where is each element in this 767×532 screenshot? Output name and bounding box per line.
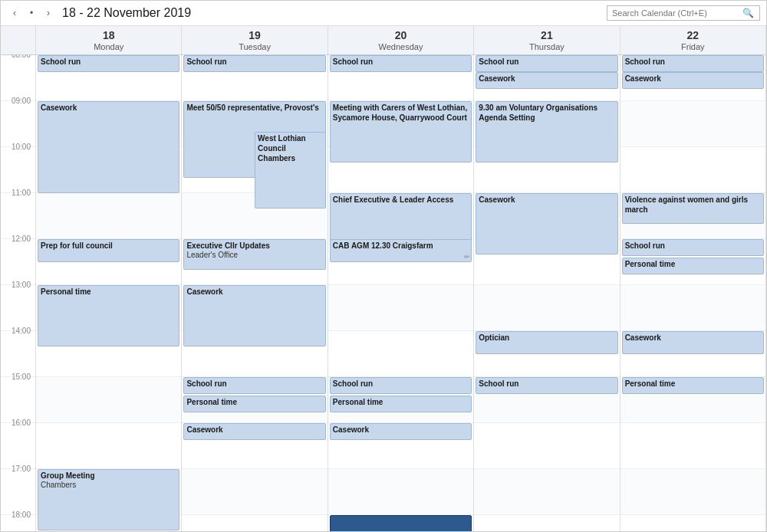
event-title: Optician	[479, 333, 614, 343]
day-name-fri: Friday	[681, 42, 705, 51]
event-title: Casework	[41, 103, 176, 113]
calendar-event[interactable]: Violence against women and girls march	[622, 193, 764, 224]
nav-dot-button[interactable]: •	[24, 5, 39, 21]
time-label-08: 08:00	[1, 55, 35, 101]
calendar-event[interactable]: Casework	[476, 193, 617, 255]
calendar-event[interactable]: Personal time	[330, 396, 472, 412]
calendar-event[interactable]: School run	[476, 377, 617, 394]
event-title: Casework	[333, 425, 469, 435]
cell-mon-16[interactable]	[36, 423, 181, 469]
day-num-fri: 22	[687, 29, 700, 42]
event-title: Executive Cllr Updates	[186, 241, 322, 251]
event-title: School run	[625, 57, 761, 67]
calendar-event[interactable]	[330, 515, 472, 531]
event-title: School run	[479, 57, 614, 67]
time-label-18: 18:00	[1, 515, 35, 531]
event-title: Personal time	[625, 259, 761, 269]
event-title: Personal time	[186, 397, 322, 407]
calendar-event[interactable]: West Lothian Council Chambers	[255, 132, 326, 209]
day-name-thu: Thursday	[529, 42, 565, 51]
cell-thu-18[interactable]	[474, 515, 619, 531]
time-label-12: 12:00	[1, 239, 35, 285]
event-title: Prep for full council	[41, 241, 176, 251]
calendar-event[interactable]: Casework	[183, 423, 325, 440]
cell-thu-17[interactable]	[474, 469, 619, 515]
cell-thu-13[interactable]	[474, 285, 619, 331]
calendar-event[interactable]: Prep for full council	[38, 239, 179, 262]
calendar-event[interactable]: Casework	[476, 72, 617, 89]
search-input[interactable]	[612, 8, 742, 18]
calendar-grid: 18 Monday 19 Tuesday 20 Wednesday 21 Thu…	[1, 26, 766, 531]
calendar-event[interactable]: Meeting with Carers of West Lothian, Syc…	[330, 101, 472, 163]
event-title: Group Meeting	[41, 471, 176, 481]
event-title: School run	[186, 57, 322, 67]
calendar-event[interactable]: School run	[38, 55, 179, 72]
cell-tue-18[interactable]	[182, 515, 327, 531]
calendar-event[interactable]: Optician	[476, 331, 617, 354]
event-title: Personal time	[41, 287, 176, 297]
calendar-event[interactable]: School run	[183, 377, 325, 394]
calendar-event[interactable]: Personal time	[183, 396, 325, 412]
cell-wed-17[interactable]	[328, 469, 473, 515]
time-label-11: 11:00	[1, 193, 35, 239]
day-column-tue[interactable]: School runMeet 50/50 representative, Pro…	[182, 55, 328, 531]
calendar-event[interactable]: School run	[330, 377, 472, 394]
event-title: Meet 50/50 representative, Provost's	[186, 103, 322, 113]
day-num-wed: 20	[395, 29, 407, 42]
search-box[interactable]: 🔍	[607, 5, 760, 21]
cell-tue-17[interactable]	[182, 469, 327, 515]
cell-mon-11[interactable]	[36, 193, 181, 239]
time-scroll-area[interactable]: 08:0009:0010:0011:0012:0013:0014:0015:00…	[1, 55, 766, 531]
calendar-event[interactable]: Casework	[183, 285, 325, 346]
calendar-event[interactable]: School run	[183, 55, 325, 72]
nav-buttons: ‹ • ›	[7, 5, 56, 21]
calendar-event[interactable]: CAB AGM 12.30 Craigsfarm	[330, 239, 472, 262]
event-title: Personal time	[333, 397, 469, 407]
cell-mon-15[interactable]	[36, 377, 181, 423]
time-label-09: 09:00	[1, 101, 35, 147]
cell-fri-17[interactable]	[621, 469, 765, 515]
cell-fri-10[interactable]	[621, 147, 765, 193]
day-column-fri[interactable]: School runCaseworkViolence against women…	[621, 55, 766, 531]
edit-icon: ✏	[464, 253, 470, 261]
event-title: 9.30 am Voluntary Organisations Agenda S…	[479, 103, 614, 123]
event-title: Casework	[625, 74, 761, 84]
calendar-event[interactable]: Personal time	[38, 285, 179, 346]
event-title: School run	[333, 57, 469, 67]
calendar-event[interactable]: Casework	[622, 331, 764, 354]
cell-wed-14[interactable]	[328, 331, 473, 377]
cell-fri-09[interactable]	[621, 101, 765, 147]
day-name-wed: Wednesday	[379, 42, 423, 51]
day-name-tue: Tuesday	[239, 42, 271, 51]
nav-forward-button[interactable]: ›	[41, 5, 56, 21]
calendar-event[interactable]: 9.30 am Voluntary Organisations Agenda S…	[476, 101, 617, 163]
day-column-mon[interactable]: School runCaseworkPrep for full councilP…	[36, 55, 182, 531]
header-spacer	[1, 26, 36, 54]
calendar-event[interactable]: School run	[622, 239, 764, 256]
time-label-column: 08:0009:0010:0011:0012:0013:0014:0015:00…	[1, 55, 36, 531]
calendar-event[interactable]: Executive Cllr UpdatesLeader's Office	[183, 239, 325, 270]
calendar-event[interactable]: Casework	[622, 72, 764, 89]
time-grid: 08:0009:0010:0011:0012:0013:0014:0015:00…	[1, 55, 766, 531]
cell-fri-18[interactable]	[621, 515, 765, 531]
cell-fri-13[interactable]	[621, 285, 765, 331]
day-column-wed[interactable]: School runMeeting with Carers of West Lo…	[328, 55, 474, 531]
calendar-event[interactable]: School run	[622, 55, 764, 72]
calendar-event[interactable]: Personal time	[622, 258, 764, 274]
calendar-event[interactable]: Casework	[38, 101, 179, 193]
calendar-event[interactable]: Group MeetingChambers	[38, 469, 179, 530]
cell-fri-16[interactable]	[621, 423, 765, 469]
nav-back-button[interactable]: ‹	[7, 5, 22, 21]
event-title: Violence against women and girls march	[625, 195, 761, 215]
cell-wed-13[interactable]	[328, 285, 473, 331]
calendar-event[interactable]: Personal time	[622, 377, 764, 394]
day-num-tue: 19	[249, 29, 261, 42]
calendar-event[interactable]: Casework	[330, 423, 472, 440]
search-icon: 🔍	[742, 8, 754, 18]
event-title: Chief Executive & Leader Access	[333, 195, 469, 205]
event-title: CAB AGM 12.30 Craigsfarm	[333, 241, 469, 251]
calendar-event[interactable]: School run	[330, 55, 472, 72]
calendar-event[interactable]: School run	[476, 55, 617, 72]
day-column-thu[interactable]: School runCasework9.30 am Voluntary Orga…	[474, 55, 620, 531]
cell-thu-16[interactable]	[474, 423, 619, 469]
